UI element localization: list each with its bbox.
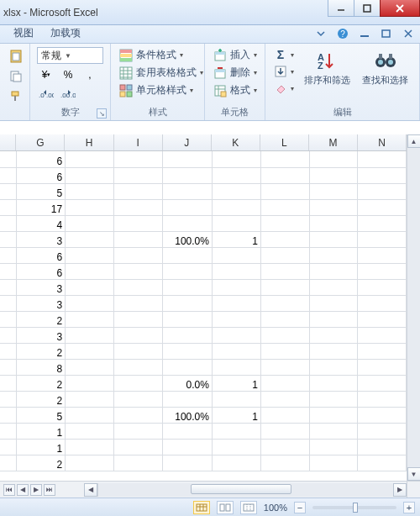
delete-button[interactable]: 删除▾ xyxy=(212,65,259,81)
cell[interactable] xyxy=(212,279,260,295)
cell[interactable]: 6 xyxy=(16,263,65,279)
page-break-view-button[interactable] xyxy=(240,501,257,514)
cell[interactable] xyxy=(309,359,358,375)
cell[interactable] xyxy=(358,295,407,311)
cell[interactable] xyxy=(358,375,407,391)
cell[interactable]: 5 xyxy=(16,407,65,423)
column-header[interactable]: I xyxy=(114,134,163,150)
paste-icon[interactable] xyxy=(7,47,25,66)
cell[interactable] xyxy=(260,295,309,311)
cell[interactable] xyxy=(113,183,162,199)
cell[interactable] xyxy=(113,231,162,247)
cell[interactable] xyxy=(162,247,212,263)
cell[interactable]: 3 xyxy=(16,327,65,343)
cell[interactable] xyxy=(66,231,114,247)
cell[interactable] xyxy=(113,279,162,295)
maximize-button[interactable] xyxy=(354,0,381,17)
sort-filter-button[interactable]: AZ 排序和筛选 xyxy=(301,47,354,88)
cell[interactable] xyxy=(309,343,358,359)
cell[interactable] xyxy=(260,359,309,375)
scroll-right-icon[interactable]: ▶ xyxy=(393,483,407,497)
cell[interactable] xyxy=(358,407,407,423)
cell[interactable] xyxy=(212,167,260,183)
cell[interactable] xyxy=(358,455,407,471)
cell[interactable] xyxy=(260,391,309,407)
cell[interactable]: 100.0% xyxy=(162,231,212,247)
column-header[interactable]: N xyxy=(358,134,407,150)
cell[interactable] xyxy=(66,391,114,407)
cell[interactable]: 3 xyxy=(16,279,65,295)
column-header[interactable]: K xyxy=(212,134,260,150)
cell[interactable] xyxy=(162,183,212,199)
sheet-prev-icon[interactable]: ◀ xyxy=(17,484,29,496)
cell[interactable] xyxy=(212,359,260,375)
cell[interactable] xyxy=(309,151,358,167)
cell[interactable] xyxy=(66,359,114,375)
accounting-format-icon[interactable]: ¥▾ xyxy=(37,66,55,84)
cell[interactable]: 1 xyxy=(212,231,260,247)
cell[interactable] xyxy=(113,359,162,375)
cell[interactable] xyxy=(162,215,212,231)
cell[interactable] xyxy=(66,311,114,327)
cell[interactable] xyxy=(66,215,114,231)
cell[interactable] xyxy=(66,247,114,263)
page-layout-view-button[interactable] xyxy=(217,501,234,514)
copy-icon[interactable] xyxy=(7,67,25,86)
cell[interactable] xyxy=(66,327,114,343)
cell[interactable]: 1 xyxy=(212,375,260,391)
cell[interactable] xyxy=(212,247,260,263)
cell[interactable]: 6 xyxy=(16,151,65,167)
column-header[interactable]: L xyxy=(260,134,309,150)
zoom-percent[interactable]: 100% xyxy=(264,503,287,513)
close-button[interactable] xyxy=(380,0,420,17)
cell[interactable] xyxy=(309,295,358,311)
minimize-ribbon-icon[interactable] xyxy=(314,27,328,40)
cell[interactable] xyxy=(309,455,358,471)
cell[interactable] xyxy=(260,327,309,343)
cell[interactable] xyxy=(358,247,407,263)
increase-decimal-icon[interactable]: .0.00 xyxy=(37,86,55,104)
column-header[interactable]: M xyxy=(309,134,358,150)
cell[interactable] xyxy=(309,311,358,327)
cell[interactable] xyxy=(66,423,114,439)
sheet-first-icon[interactable]: ⏮ xyxy=(3,484,15,496)
zoom-in-button[interactable]: + xyxy=(403,502,415,513)
cell[interactable] xyxy=(113,407,162,423)
cell[interactable] xyxy=(162,311,212,327)
cell[interactable]: 2 xyxy=(16,343,65,359)
cell[interactable] xyxy=(162,439,212,455)
cell-styles-button[interactable]: 单元格样式▾ xyxy=(118,82,205,98)
cell[interactable]: 8 xyxy=(16,359,65,375)
cell[interactable] xyxy=(260,231,309,247)
scroll-up-icon[interactable]: ▲ xyxy=(407,134,421,148)
cell[interactable] xyxy=(212,183,260,199)
cells-area[interactable]: 6651743100.0%16633232820.0%125100.0%1112 xyxy=(0,151,407,481)
cell[interactable] xyxy=(358,183,407,199)
cell[interactable]: 1 xyxy=(16,439,65,455)
cell[interactable] xyxy=(309,423,358,439)
clear-button[interactable]: ▾ xyxy=(272,81,296,96)
cell[interactable] xyxy=(309,279,358,295)
cell[interactable] xyxy=(66,439,114,455)
comma-format-icon[interactable]: , xyxy=(81,66,99,84)
cell[interactable] xyxy=(260,183,309,199)
cell[interactable]: 1 xyxy=(212,407,260,423)
cell[interactable] xyxy=(162,391,212,407)
cell[interactable] xyxy=(358,199,407,215)
window-close-icon[interactable] xyxy=(402,27,415,40)
cell[interactable] xyxy=(309,247,358,263)
cell[interactable] xyxy=(113,199,162,215)
cell[interactable] xyxy=(358,311,407,327)
cell[interactable] xyxy=(212,215,260,231)
scroll-left-icon[interactable]: ◀ xyxy=(84,483,97,497)
cell[interactable] xyxy=(66,455,114,471)
cell[interactable] xyxy=(358,423,407,439)
find-select-button[interactable]: 查找和选择 xyxy=(359,47,412,88)
minimize-button[interactable] xyxy=(328,0,354,17)
cell[interactable]: 6 xyxy=(16,247,65,263)
cell[interactable] xyxy=(66,151,114,167)
cell[interactable]: 2 xyxy=(16,391,65,407)
normal-view-button[interactable] xyxy=(193,501,210,514)
cell[interactable]: 3 xyxy=(16,295,65,311)
cell[interactable] xyxy=(358,439,407,455)
